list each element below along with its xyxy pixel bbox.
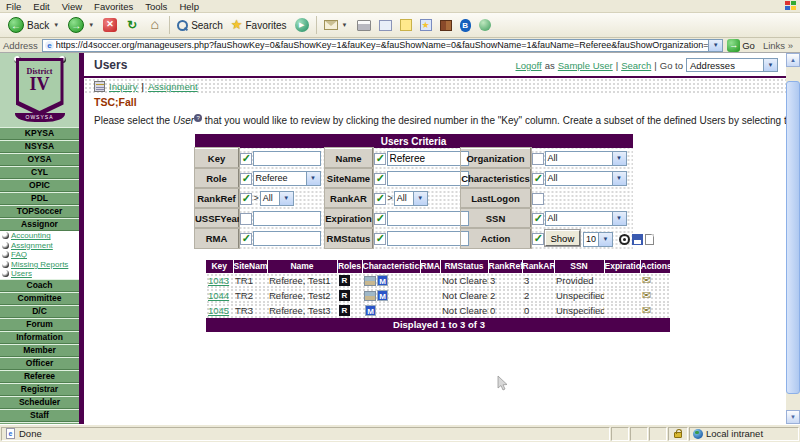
links-toolbar[interactable]: Links » <box>759 40 797 51</box>
ussfyear-checkbox[interactable] <box>240 213 252 225</box>
chevron-down-icon[interactable]: ▼ <box>612 172 626 185</box>
chevron-down-icon[interactable]: ▼ <box>612 212 626 225</box>
name-checkbox[interactable] <box>374 153 386 165</box>
sidebar-item-referee[interactable]: Referee <box>0 370 79 383</box>
sidebar-item-oysa[interactable]: OYSA <box>0 153 79 166</box>
organization-select[interactable]: All▼ <box>545 151 627 166</box>
search-link[interactable]: Search <box>621 60 651 71</box>
forward-dropdown-icon[interactable]: ▼ <box>87 22 95 28</box>
ussfyear-input[interactable] <box>253 211 321 226</box>
sidebar-item-pdl[interactable]: PDL <box>0 192 79 205</box>
sitename-input[interactable] <box>387 171 469 186</box>
key-link[interactable]: 1044 <box>208 290 229 301</box>
sidebar-item-kpysa[interactable]: KPYSA <box>0 127 79 140</box>
sidebar-item-staff[interactable]: Staff <box>0 409 79 422</box>
rma-input[interactable] <box>253 231 321 246</box>
rankref-select[interactable]: All▼ <box>260 191 294 206</box>
key-checkbox[interactable] <box>240 153 252 165</box>
sidebar-item-officer[interactable]: Officer <box>0 357 79 370</box>
rmstatus-checkbox[interactable] <box>374 233 386 245</box>
show-button[interactable]: Show <box>545 230 581 246</box>
bluetooth-button[interactable]: B <box>456 14 475 36</box>
row-actions[interactable]: ✉ <box>640 273 670 288</box>
scroll-down-icon[interactable]: ▼ <box>786 410 800 424</box>
mail-dropdown-icon[interactable]: ▼ <box>341 22 349 28</box>
sidebar-item-opic[interactable]: OPIC <box>0 179 79 192</box>
sidebar-item-assignor[interactable]: Assignor <box>0 218 79 231</box>
search-button[interactable]: Search <box>173 14 227 36</box>
sidebar-sub-assignment[interactable]: Assignment <box>0 241 79 251</box>
add-favorite-button[interactable]: ★ <box>416 14 436 36</box>
characteristics-checkbox[interactable] <box>532 173 544 185</box>
ssn-select[interactable]: All▼ <box>545 211 627 226</box>
action-checkbox[interactable] <box>532 233 544 245</box>
print-button[interactable] <box>353 14 375 36</box>
sidebar-item-nsysa[interactable]: NSYSA <box>0 140 79 153</box>
scroll-up-icon[interactable]: ▲ <box>786 53 800 67</box>
role-select[interactable]: Referee▼ <box>253 171 321 186</box>
address-dropdown-icon[interactable]: ▼ <box>708 40 722 51</box>
menu-favorites[interactable]: Favorites <box>88 1 139 12</box>
ssn-checkbox[interactable] <box>532 213 544 225</box>
menu-file[interactable]: File <box>0 1 27 12</box>
lastlogon-checkbox[interactable] <box>532 193 544 205</box>
sidebar-sub-accounting[interactable]: Accounting <box>0 231 79 241</box>
forward-button[interactable]: → ▼ <box>64 14 99 36</box>
expiration-checkbox[interactable] <box>374 213 386 225</box>
row-actions[interactable]: ✉ <box>640 303 670 318</box>
row-actions[interactable]: ✉ <box>640 288 670 303</box>
scrollbar-thumb[interactable] <box>786 81 800 394</box>
role-checkbox[interactable] <box>240 173 252 185</box>
sidebar-item-dc[interactable]: D/C <box>0 305 79 318</box>
chevron-down-icon[interactable]: ▼ <box>612 152 626 165</box>
rankar-select[interactable]: All▼ <box>394 191 428 206</box>
rankref-checkbox[interactable] <box>240 193 252 205</box>
logoff-link[interactable]: Logoff <box>515 60 541 71</box>
sitename-checkbox[interactable] <box>374 173 386 185</box>
menu-view[interactable]: View <box>56 1 88 12</box>
menu-tools[interactable]: Tools <box>139 1 173 12</box>
chevron-down-icon[interactable]: ▼ <box>306 172 320 185</box>
menu-edit[interactable]: Edit <box>27 1 55 12</box>
sidebar-item-committee[interactable]: Committee <box>0 292 79 305</box>
rmstatus-input[interactable] <box>387 231 469 246</box>
stop-button[interactable]: ✕ <box>99 14 121 36</box>
menu-help[interactable]: Help <box>173 1 205 12</box>
chevron-down-icon[interactable]: ▼ <box>279 192 293 205</box>
sidebar-item-coach[interactable]: Coach <box>0 279 79 292</box>
characteristics-select[interactable]: All▼ <box>545 171 627 186</box>
chevron-down-icon[interactable]: ▼ <box>413 192 427 205</box>
rma-checkbox[interactable] <box>240 233 252 245</box>
expiration-input[interactable] <box>387 211 469 226</box>
research-button[interactable] <box>436 14 456 36</box>
inquiry-link[interactable]: Inquiry <box>109 81 138 92</box>
address-url[interactable]: https://d4soccer.org/manageusers.php?fau… <box>56 40 708 50</box>
sidebar-sub-users[interactable]: Users <box>0 269 79 279</box>
pagesize-select[interactable]: 10▼ <box>583 232 613 247</box>
favorites-button[interactable]: ★ Favorites <box>227 14 291 36</box>
sidebar-sub-missing-reports[interactable]: Missing Reports <box>0 260 79 270</box>
vertical-scrollbar[interactable]: ▲ ▼ <box>786 53 800 424</box>
key-link[interactable]: 1045 <box>208 305 229 316</box>
go-button[interactable]: → Go <box>727 39 755 52</box>
sidebar-item-registrar[interactable]: Registrar <box>0 383 79 396</box>
address-input[interactable]: e https://d4soccer.org/manageusers.php?f… <box>42 39 723 52</box>
back-button[interactable]: ← Back ▼ <box>4 14 64 36</box>
sidebar-item-scheduler[interactable]: Scheduler <box>0 396 79 409</box>
rankar-checkbox[interactable] <box>374 193 386 205</box>
sidebar-item-forum[interactable]: Forum <box>0 318 79 331</box>
key-link[interactable]: 1043 <box>208 275 229 286</box>
back-dropdown-icon[interactable]: ▼ <box>52 22 60 28</box>
refresh-button[interactable]: ↻ <box>121 14 143 36</box>
assignment-link[interactable]: Assignment <box>148 81 198 92</box>
save-icon[interactable] <box>632 234 643 245</box>
messenger-button[interactable] <box>475 14 495 36</box>
record-icon[interactable] <box>619 234 630 245</box>
organization-checkbox[interactable] <box>532 153 544 165</box>
sample-user-link[interactable]: Sample User <box>558 60 613 71</box>
export-icon[interactable] <box>645 234 654 245</box>
sidebar-sub-faq[interactable]: FAQ <box>0 250 79 260</box>
note-button[interactable] <box>396 14 416 36</box>
edit-button[interactable] <box>375 14 396 36</box>
mail-button[interactable]: ▼ <box>320 14 353 36</box>
